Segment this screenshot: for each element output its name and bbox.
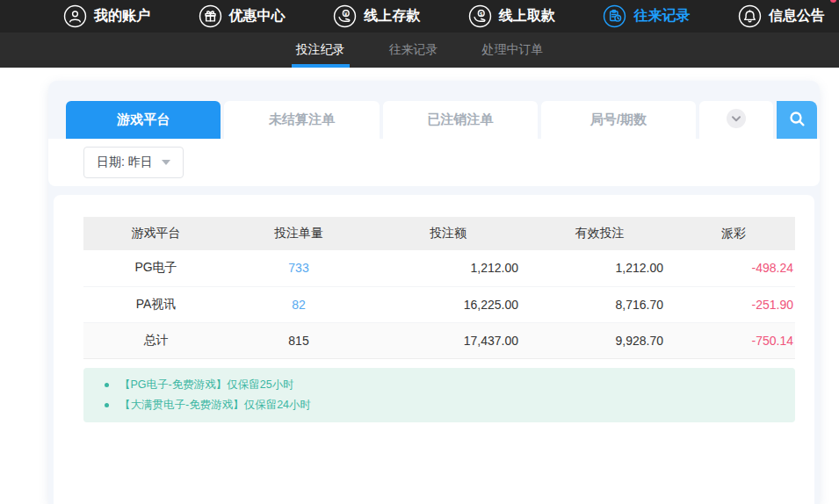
- note-text: 【PG电子-免费游戏】仅保留25小时: [119, 378, 294, 392]
- cell-payout: -498.24: [672, 250, 795, 286]
- date-filter-label: 日期: 昨日: [97, 155, 153, 170]
- subnav-tab-bet-records[interactable]: 投注纪录: [292, 32, 350, 68]
- nav-item-withdraw[interactable]: $ 线上取款: [468, 4, 555, 28]
- chevron-down-icon: [727, 109, 746, 132]
- subnav-tab-transaction-records[interactable]: 往来记录: [385, 32, 443, 68]
- top-navigation: 我的账户 优惠中心 ¥ 线上存款: [0, 0, 839, 32]
- subnav-label: 处理中订单: [482, 42, 544, 58]
- content-card: 游戏平台 未结算注单 已注销注单 局号/期数 日期: 昨日: [48, 81, 820, 504]
- table-row: PA视讯 82 16,225.00 8,716.70 -251.90: [83, 286, 795, 322]
- note-text: 【大满贯电子-免费游戏】仅保留24小时: [119, 398, 311, 413]
- tab-round-number[interactable]: 局号/期数: [541, 101, 696, 139]
- cell-valid-bets: 1,212.00: [527, 250, 672, 286]
- date-filter-button[interactable]: 日期: 昨日: [83, 147, 184, 178]
- filter-bar: 日期: 昨日: [48, 139, 820, 186]
- notification-dot: [830, 0, 836, 3]
- nav-label: 我的账户: [94, 7, 150, 25]
- bet-count-link[interactable]: 82: [292, 298, 306, 312]
- cell-platform: PG电子: [83, 250, 228, 286]
- tab-game-platform[interactable]: 游戏平台: [66, 101, 221, 139]
- table-total-row: 总计 815 17,437.00 9,928.70 -750.14: [83, 322, 795, 358]
- bet-count-link[interactable]: 733: [288, 261, 308, 275]
- nav-label: 信息公告: [769, 7, 825, 25]
- nav-item-my-account[interactable]: 我的账户: [63, 4, 150, 28]
- tab-unsettled-bets[interactable]: 未结算注单: [224, 101, 379, 139]
- note-item: 【大满贯电子-免费游戏】仅保留24小时: [83, 395, 795, 415]
- col-header-bet-count: 投注单量: [228, 217, 369, 250]
- cell-total-label: 总计: [83, 322, 228, 358]
- tab-cancelled-bets[interactable]: 已注销注单: [383, 101, 538, 139]
- subnav-label: 往来记录: [389, 42, 438, 58]
- subnav-label: 投注纪录: [296, 42, 345, 58]
- records-icon: [603, 4, 626, 28]
- note-item: 【PG电子-免费游戏】仅保留25小时: [83, 375, 795, 395]
- gift-icon: [199, 4, 222, 28]
- cell-total-payout: -750.14: [672, 322, 795, 358]
- sub-navigation: 投注纪录 往来记录 处理中订单: [0, 32, 839, 68]
- bell-icon: [738, 4, 762, 28]
- filter-tabs-row: 游戏平台 未结算注单 已注销注单 局号/期数: [66, 81, 820, 139]
- caret-down-icon: [162, 160, 170, 165]
- search-button[interactable]: [777, 101, 817, 139]
- deposit-icon: ¥: [333, 4, 357, 28]
- bet-summary-table: 游戏平台 投注单量 投注额 有效投注 派彩 PG电子 733 1,212.00 …: [83, 217, 795, 359]
- cell-total-bet: 17,437.00: [369, 322, 527, 358]
- search-icon: [787, 109, 807, 132]
- col-header-platform: 游戏平台: [83, 217, 228, 250]
- bullet-icon: [105, 403, 109, 407]
- nav-item-deposit[interactable]: ¥ 线上存款: [333, 4, 420, 28]
- nav-item-announcements[interactable]: 信息公告: [738, 4, 825, 28]
- cell-platform: PA视讯: [83, 286, 228, 322]
- subnav-tab-processing-orders[interactable]: 处理中订单: [478, 32, 548, 68]
- user-icon: [63, 4, 87, 28]
- expand-tabs-dropdown[interactable]: [699, 101, 773, 139]
- nav-label: 线上存款: [364, 7, 420, 25]
- withdraw-icon: $: [468, 4, 492, 28]
- nav-item-promotions[interactable]: 优惠中心: [199, 4, 286, 28]
- nav-item-transaction-records[interactable]: 往来记录: [603, 4, 690, 28]
- nav-label: 往来记录: [633, 7, 690, 25]
- cell-total-valid: 9,928.70: [527, 322, 672, 358]
- col-header-payout: 派彩: [672, 217, 795, 250]
- cell-total-count: 815: [228, 322, 369, 358]
- cell-payout: -251.90: [672, 286, 795, 322]
- results-panel: 游戏平台 投注单量 投注额 有效投注 派彩 PG电子 733 1,212.00 …: [54, 195, 814, 504]
- nav-label: 线上取款: [499, 7, 555, 25]
- cell-bet-amount: 1,212.00: [369, 250, 527, 286]
- col-header-valid-bets: 有效投注: [527, 217, 672, 250]
- nav-label: 优惠中心: [229, 7, 286, 25]
- cell-bet-amount: 16,225.00: [369, 286, 527, 322]
- bullet-icon: [105, 383, 109, 387]
- col-header-bet-amount: 投注额: [369, 217, 527, 250]
- notes-panel: 【PG电子-免费游戏】仅保留25小时 【大满贯电子-免费游戏】仅保留24小时: [83, 368, 795, 422]
- table-header-row: 游戏平台 投注单量 投注额 有效投注 派彩: [83, 217, 795, 250]
- cell-valid-bets: 8,716.70: [527, 286, 672, 322]
- table-row: PG电子 733 1,212.00 1,212.00 -498.24: [83, 250, 795, 286]
